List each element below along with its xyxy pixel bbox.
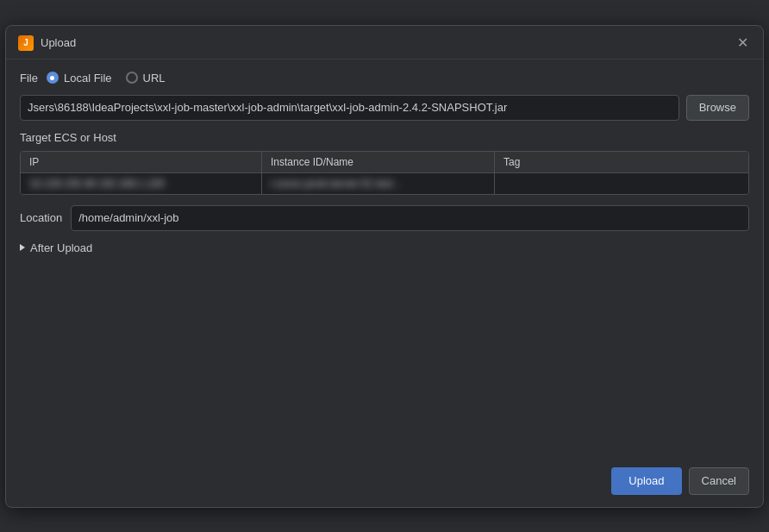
table-row[interactable]: 10.128.150.48 192.168.1.100 i-xxxxx prod…	[21, 173, 748, 194]
col-instance: Instance ID/Name	[262, 152, 495, 172]
cell-instance: i-xxxxx prod-server-01 test ..	[262, 173, 495, 194]
url-label: URL	[143, 72, 166, 84]
file-row: File Local File URL	[20, 72, 749, 84]
close-button[interactable]: ✕	[734, 34, 751, 52]
col-tag: Tag	[495, 152, 748, 172]
file-path-row: Browse	[20, 95, 749, 121]
instance-value: i-xxxxx prod-server-01 test ..	[271, 178, 401, 190]
col-ip: IP	[21, 152, 262, 172]
cell-tag	[495, 173, 748, 194]
cancel-button[interactable]: Cancel	[689, 467, 749, 495]
title-bar-left: J Upload	[18, 35, 76, 51]
location-input[interactable]	[71, 205, 749, 231]
table-header: IP Instance ID/Name Tag	[21, 152, 748, 173]
local-file-radio[interactable]: Local File	[47, 72, 112, 84]
title-bar: J Upload ✕	[6, 26, 763, 59]
expand-icon	[20, 244, 25, 251]
spacer	[20, 265, 749, 447]
file-path-input[interactable]	[20, 95, 679, 121]
dialog-title: Upload	[41, 36, 76, 49]
file-label: File	[20, 72, 38, 84]
local-file-label: Local File	[64, 72, 112, 84]
cell-ip: 10.128.150.48 192.168.1.100	[21, 173, 262, 194]
location-row: Location	[20, 205, 749, 231]
target-table: IP Instance ID/Name Tag 10.128.150.48 19…	[20, 151, 749, 195]
after-upload-label: After Upload	[30, 241, 92, 254]
dialog-body: File Local File URL Browse Target ECS or…	[6, 59, 763, 459]
target-section: Target ECS or Host IP Instance ID/Name T…	[20, 131, 749, 195]
after-upload-row[interactable]: After Upload	[20, 241, 749, 254]
dialog-footer: Upload Cancel	[6, 459, 763, 507]
url-radio[interactable]: URL	[126, 72, 166, 84]
upload-button[interactable]: Upload	[611, 467, 681, 495]
local-file-radio-circle	[47, 72, 59, 84]
location-label: Location	[20, 211, 62, 224]
app-icon: J	[18, 35, 34, 51]
target-label: Target ECS or Host	[20, 131, 749, 144]
ip-value: 10.128.150.48 192.168.1.100	[29, 178, 165, 190]
upload-dialog: J Upload ✕ File Local File URL	[5, 25, 764, 508]
url-radio-circle	[126, 72, 138, 84]
radio-group: Local File URL	[47, 72, 166, 84]
browse-button[interactable]: Browse	[686, 95, 749, 121]
